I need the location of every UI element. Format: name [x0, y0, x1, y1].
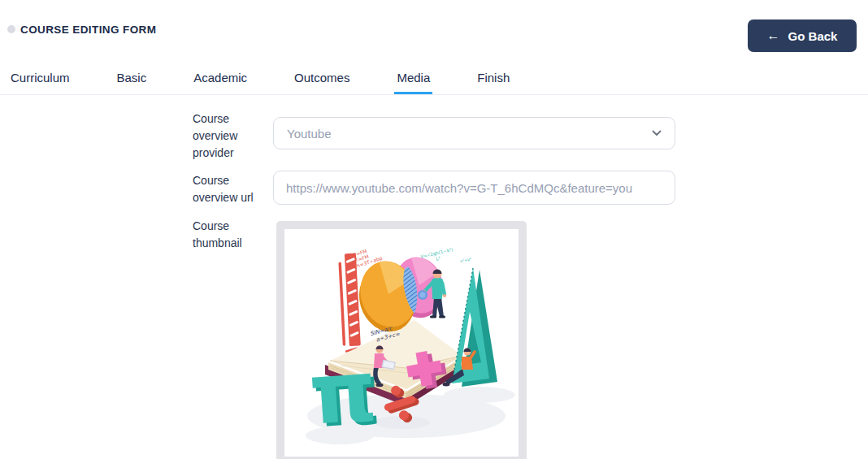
svg-text:L²: L²	[436, 256, 441, 262]
tab-academic[interactable]: Academic	[191, 68, 250, 94]
provider-field-label: Course overview provider	[193, 110, 270, 162]
tab-outcomes[interactable]: Outcomes	[292, 68, 352, 94]
math-illustration: P=FMT=FMh=3T÷abp V=√2gh(1−k²)L² x²+y² SI…	[284, 229, 519, 459]
page-title: COURSE EDITING FORM	[20, 24, 156, 36]
url-field-label: Course overview url	[193, 172, 270, 206]
provider-select[interactable]: Youtube	[273, 117, 675, 149]
thumbnail-field-label: Course thumbnail	[193, 218, 270, 252]
tab-media[interactable]: Media	[394, 68, 432, 94]
go-back-button[interactable]: ← Go Back	[748, 19, 857, 52]
chevron-down-icon	[652, 130, 662, 136]
provider-select-value: Youtube	[287, 127, 332, 141]
page-root: { "header": { "title": "COURSE EDITING F…	[0, 0, 868, 459]
pi-shape: π π	[306, 340, 384, 448]
status-dot-icon	[7, 25, 15, 33]
tab-curriculum[interactable]: Curriculum	[8, 68, 72, 94]
go-back-label: Go Back	[788, 29, 838, 43]
svg-text:x²+y²: x²+y²	[460, 256, 472, 264]
back-arrow-icon: ←	[767, 29, 780, 42]
tab-finish[interactable]: Finish	[475, 68, 512, 94]
course-thumbnail-frame[interactable]: P=FMT=FMh=3T÷abp V=√2gh(1−k²)L² x²+y² SI…	[276, 221, 527, 459]
tab-bar: Curriculum Basic Academic Outcomes Media…	[0, 68, 868, 95]
set-square-shape	[452, 268, 497, 387]
course-overview-url-input[interactable]	[273, 171, 675, 205]
svg-text:π: π	[306, 340, 380, 444]
tab-basic[interactable]: Basic	[115, 68, 150, 94]
